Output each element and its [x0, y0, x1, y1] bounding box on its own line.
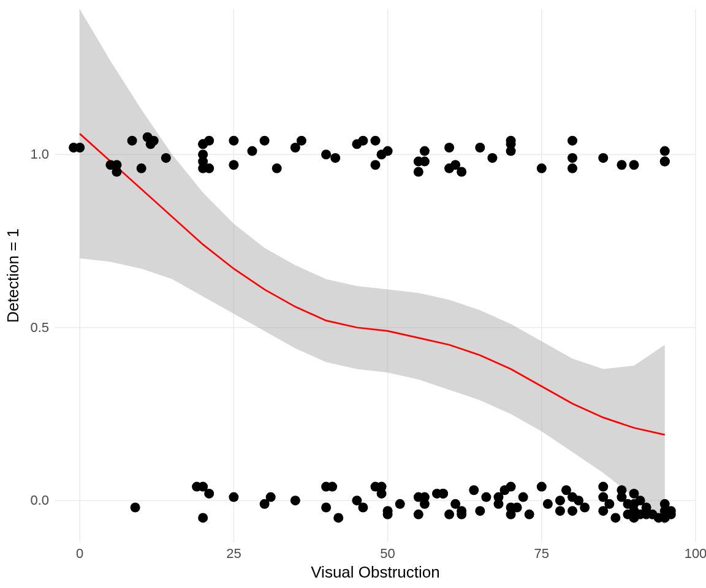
data-point — [487, 153, 497, 163]
data-point — [660, 157, 670, 167]
data-point — [444, 510, 454, 519]
data-point — [518, 492, 528, 502]
data-point — [438, 489, 448, 499]
data-point — [204, 136, 214, 146]
data-point — [377, 489, 387, 499]
data-point — [598, 482, 608, 492]
data-point — [475, 143, 485, 153]
data-point — [297, 136, 306, 146]
data-point — [383, 510, 393, 519]
data-point — [525, 510, 534, 519]
data-point — [580, 503, 590, 513]
y-axis-title: Detection = 1 — [4, 228, 22, 323]
data-point — [414, 510, 423, 519]
data-point — [660, 146, 670, 156]
data-point — [493, 492, 503, 502]
data-point — [149, 136, 159, 146]
x-tick-label: 75 — [534, 546, 549, 561]
data-point — [414, 167, 423, 177]
data-point — [272, 164, 282, 173]
data-point — [112, 167, 121, 177]
data-point — [420, 146, 430, 156]
data-point — [666, 506, 676, 516]
data-point — [321, 149, 331, 159]
data-point — [260, 136, 270, 146]
data-point — [629, 160, 639, 170]
data-point — [555, 506, 565, 516]
data-point — [371, 136, 381, 146]
data-point — [506, 146, 516, 156]
x-tick-label: 25 — [226, 546, 241, 561]
data-point — [327, 482, 337, 492]
data-point — [506, 482, 516, 492]
data-point — [395, 499, 405, 509]
data-point — [598, 153, 608, 163]
data-point — [333, 513, 343, 522]
data-point — [555, 496, 565, 505]
data-point — [131, 503, 140, 513]
y-tick-labels: 0.00.51.0 — [30, 146, 49, 508]
data-point — [127, 136, 137, 146]
data-point — [457, 167, 466, 177]
data-point — [383, 146, 393, 156]
data-point — [457, 510, 466, 519]
data-point — [229, 160, 238, 170]
x-tick-label: 100 — [685, 546, 706, 561]
data-point — [137, 164, 146, 173]
data-point — [358, 136, 368, 146]
data-point — [567, 164, 577, 173]
data-point — [229, 492, 238, 502]
data-point — [321, 503, 331, 513]
data-point — [604, 499, 614, 509]
data-point — [204, 164, 214, 173]
data-point — [537, 164, 547, 173]
data-point — [567, 153, 577, 163]
data-point — [358, 503, 368, 513]
data-point — [161, 153, 171, 163]
data-point — [567, 506, 577, 516]
chart-container: 0255075100 0.00.51.0 Visual Obstruction … — [0, 0, 706, 588]
data-point — [512, 503, 522, 513]
data-point — [204, 489, 214, 499]
x-tick-labels: 0255075100 — [76, 546, 706, 561]
data-point — [469, 485, 479, 495]
data-point — [75, 143, 85, 153]
data-point — [420, 499, 430, 509]
data-point — [330, 153, 340, 163]
data-point — [610, 513, 620, 522]
y-tick-label: 0.0 — [30, 492, 49, 508]
y-tick-label: 0.5 — [30, 320, 49, 335]
data-point — [543, 499, 553, 509]
data-point — [371, 160, 381, 170]
chart-svg: 0255075100 0.00.51.0 Visual Obstruction … — [0, 0, 706, 588]
data-point — [617, 160, 626, 170]
data-point — [229, 136, 238, 146]
data-point — [290, 496, 300, 505]
data-point — [248, 146, 257, 156]
data-point — [567, 136, 577, 146]
data-point — [198, 513, 208, 522]
x-axis-title: Visual Obstruction — [311, 563, 440, 581]
x-tick-label: 0 — [76, 546, 83, 561]
data-point — [537, 482, 547, 492]
data-point — [420, 157, 430, 167]
data-point — [266, 492, 276, 502]
data-point — [475, 506, 485, 516]
x-tick-label: 50 — [380, 546, 395, 561]
y-tick-label: 1.0 — [30, 146, 49, 162]
data-point — [444, 143, 454, 153]
data-point — [481, 492, 491, 502]
